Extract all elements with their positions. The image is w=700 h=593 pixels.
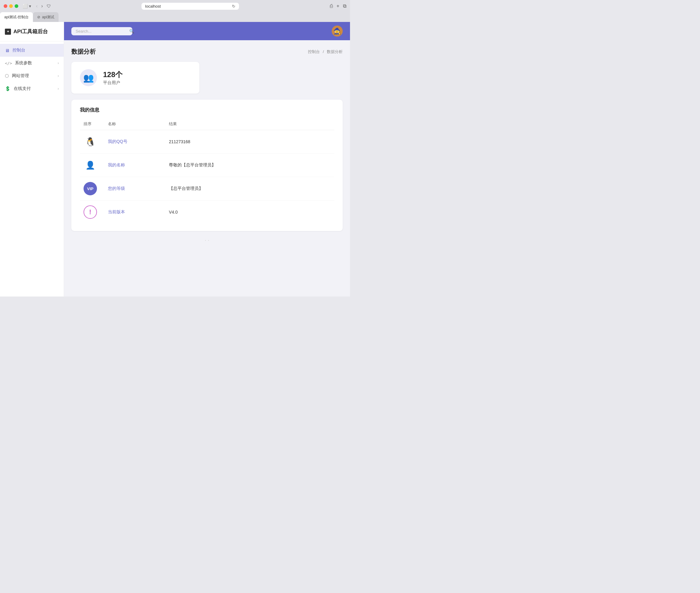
- sidebar-logo: ✦ API工具箱后台: [0, 22, 64, 41]
- row-icon-cell: 👤: [80, 154, 104, 177]
- back-button[interactable]: ‹: [35, 3, 39, 9]
- search-input[interactable]: [76, 29, 127, 34]
- breadcrumb-separator: /: [323, 49, 324, 54]
- reload-button[interactable]: ↻: [232, 4, 235, 8]
- user-icon: 👤: [83, 158, 97, 172]
- shield-icon: 🛡: [47, 4, 51, 8]
- tabs-button[interactable]: ⧉: [343, 3, 346, 9]
- row-icon-cell: 🐧: [80, 130, 104, 154]
- page-title: 数据分析: [71, 47, 96, 56]
- row-name-cell[interactable]: 当前版本: [104, 200, 165, 224]
- sidebar-item-dashboard[interactable]: 🖥 控制台: [0, 44, 64, 57]
- stats-label: 平台用户: [103, 80, 122, 86]
- row-name-cell[interactable]: 您的等级: [104, 177, 165, 200]
- search-box[interactable]: 🔍: [71, 27, 132, 35]
- table-row: 👤我的名称尊敬的【总平台管理员】: [80, 154, 334, 177]
- tab-label: api测试-控制台: [4, 15, 29, 20]
- table-row: 🐧我的QQ号211273168: [80, 130, 334, 154]
- page-header: 数据分析 控制台 / 数据分析: [71, 47, 343, 56]
- page-body: 数据分析 控制台 / 数据分析 👥 128个 平台用户 我的信息: [64, 40, 350, 257]
- code-icon: </>: [5, 61, 12, 66]
- logo-icon: ✦: [5, 29, 11, 35]
- tab-label-2: api测试: [42, 15, 54, 20]
- row-name-cell[interactable]: 我的QQ号: [104, 130, 165, 154]
- payment-icon: 💲: [5, 86, 11, 91]
- sidebar-item-system-params[interactable]: </> 系统参数 ›: [0, 57, 64, 70]
- tab-inactive[interactable]: ⊘ api测试: [33, 12, 59, 22]
- tab-icon: ⊘: [37, 15, 40, 19]
- vip-icon: VIP: [83, 182, 97, 195]
- avatar-emoji: 🧙: [334, 28, 341, 35]
- tab-active[interactable]: api测试-控制台: [0, 12, 33, 22]
- stats-icon: 👥: [80, 69, 97, 86]
- nav-label-system-params: 系统参数: [15, 60, 32, 66]
- share-button[interactable]: ⎙: [330, 3, 333, 9]
- sidebar-item-website-mgmt[interactable]: ⬡ 网站管理 ›: [0, 70, 64, 82]
- version-icon: !: [83, 205, 97, 219]
- row-name-link[interactable]: 当前版本: [108, 209, 125, 214]
- breadcrumb-current: 数据分析: [327, 49, 343, 54]
- sidebar-nav: 🖥 控制台 </> 系统参数 › ⬡ 网站管理 › 💲 在线支付 ›: [0, 41, 64, 296]
- close-button[interactable]: [4, 4, 7, 8]
- chevron-right-icon-3: ›: [58, 86, 59, 91]
- avatar[interactable]: 🧙: [332, 26, 343, 37]
- chevron-right-icon: ›: [58, 61, 59, 65]
- forward-button[interactable]: ›: [40, 3, 44, 9]
- new-tab-button[interactable]: +: [337, 3, 339, 9]
- footer: · ·: [71, 231, 343, 249]
- col-header-name: 名称: [104, 118, 165, 130]
- table-row: VIP您的等级【总平台管理员】: [80, 177, 334, 200]
- maximize-button[interactable]: [15, 4, 18, 8]
- search-icon: 🔍: [129, 29, 134, 34]
- col-header-result: 结果: [165, 118, 334, 130]
- breadcrumb-home: 控制台: [308, 49, 320, 54]
- row-result-cell: V4.0: [165, 200, 334, 224]
- row-icon-cell: VIP: [80, 177, 104, 200]
- stats-card: 👥 128个 平台用户: [71, 62, 199, 93]
- sidebar: ✦ API工具箱后台 🖥 控制台 </> 系统参数 › ⬡ 网站管理 › 💲 在…: [0, 22, 64, 296]
- info-table: 排序 名称 结果 🐧我的QQ号211273168👤我的名称尊敬的【总平台管理员】…: [80, 118, 334, 224]
- row-result-cell: 211273168: [165, 130, 334, 154]
- qq-icon: 🐧: [83, 135, 97, 148]
- sidebar-toggle-button[interactable]: ⬜ ▾: [23, 4, 31, 8]
- col-header-rank: 排序: [80, 118, 104, 130]
- logo-text: API工具箱后台: [13, 28, 48, 35]
- address-bar[interactable]: localhost ↻: [142, 3, 239, 10]
- nav-label-website: 网站管理: [12, 73, 29, 79]
- table-row: !当前版本V4.0: [80, 200, 334, 224]
- nav-label-dashboard: 控制台: [12, 47, 25, 53]
- row-result-cell: 【总平台管理员】: [165, 177, 334, 200]
- users-icon: 👥: [83, 73, 94, 83]
- dashboard-icon: 🖥: [5, 48, 9, 53]
- sidebar-item-online-pay[interactable]: 💲 在线支付 ›: [0, 82, 64, 95]
- traffic-lights: [4, 4, 18, 8]
- row-name-link[interactable]: 我的名称: [108, 162, 125, 167]
- row-result-cell: 尊敬的【总平台管理员】: [165, 154, 334, 177]
- stats-number: 128个: [103, 70, 122, 80]
- header-bar: 🔍 🧙: [64, 22, 350, 40]
- main-content: 🔍 🧙 数据分析 控制台 / 数据分析 👥: [64, 22, 350, 296]
- row-name-cell[interactable]: 我的名称: [104, 154, 165, 177]
- address-text: localhost: [145, 4, 161, 8]
- stats-text: 128个 平台用户: [103, 70, 122, 86]
- info-card-title: 我的信息: [80, 107, 334, 113]
- row-icon-cell: !: [80, 200, 104, 224]
- row-name-link[interactable]: 您的等级: [108, 186, 125, 191]
- minimize-button[interactable]: [9, 4, 13, 8]
- info-card: 我的信息 排序 名称 结果 🐧我的QQ号211273168👤我的名称尊敬的【总平…: [71, 100, 343, 231]
- breadcrumb: 控制台 / 数据分析: [308, 49, 343, 54]
- row-name-link[interactable]: 我的QQ号: [108, 139, 127, 144]
- nav-label-payment: 在线支付: [14, 86, 31, 91]
- chevron-right-icon-2: ›: [58, 74, 59, 78]
- website-icon: ⬡: [5, 73, 9, 79]
